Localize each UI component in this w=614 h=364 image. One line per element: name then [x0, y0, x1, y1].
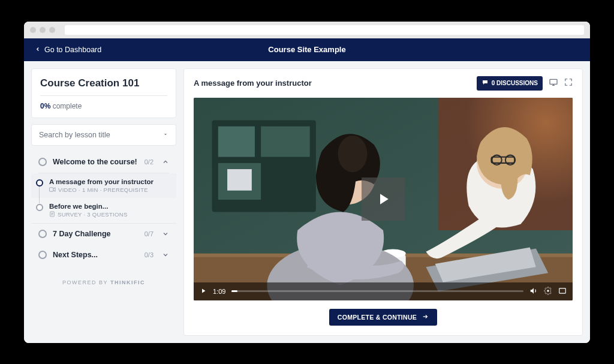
powered-brand: THINKIFIC: [110, 279, 145, 285]
course-progress: 0% complete: [40, 102, 167, 110]
chapter-count: 0/7: [145, 230, 154, 237]
chapter-title: Next Steps...: [53, 251, 139, 259]
video-controls: 1:09: [194, 282, 573, 300]
progress-circle-icon: [38, 230, 47, 238]
lesson-header: A message from your instructor 0 DISCUSS…: [194, 76, 573, 91]
lesson-meta: VIDEO · 1 MIN · PREREQUISITE: [49, 186, 169, 193]
chrome-dot: [30, 27, 36, 33]
play-icon[interactable]: [200, 287, 207, 296]
video-controls-right: [529, 287, 567, 296]
chapter-count: 0/3: [145, 251, 154, 258]
powered-prefix: POWERED BY: [62, 279, 110, 285]
course-title: Course Creation 101: [40, 77, 167, 89]
chat-icon: [481, 79, 489, 88]
svg-rect-12: [261, 126, 310, 157]
lesson-item[interactable]: Before we begin... SURVEY · 3 QUESTIONS: [31, 198, 176, 223]
svg-point-28: [547, 290, 549, 292]
chapter-list: Welcome to the course! 0/2 A message fro…: [31, 152, 176, 265]
back-link-label: Go to Dashboard: [44, 46, 101, 54]
progress-circle-icon: [36, 179, 43, 186]
svg-point-23: [338, 135, 368, 172]
svg-rect-0: [49, 187, 53, 191]
pop-out-icon[interactable]: [549, 77, 558, 89]
svg-rect-11: [218, 126, 255, 157]
lesson-meta: SURVEY · 3 QUESTIONS: [49, 211, 169, 218]
play-button[interactable]: [362, 178, 405, 221]
lesson-title: A message from your instructor: [49, 178, 169, 185]
content: Course Creation 101 0% complete Search b…: [24, 61, 590, 343]
video-progress-fill: [231, 290, 237, 292]
chrome-dot: [40, 27, 46, 33]
lesson-search[interactable]: Search by lesson title: [31, 124, 176, 146]
chapter-row[interactable]: 7 Day Challenge 0/7: [31, 224, 176, 245]
lesson-title: Before we begin...: [49, 203, 169, 210]
go-to-dashboard-link[interactable]: Go to Dashboard: [35, 46, 101, 54]
chapter-title: Welcome to the course!: [53, 158, 139, 166]
browser-chrome: [24, 22, 590, 38]
lesson-actions: 0 DISCUSSIONS: [477, 76, 573, 91]
progress-circle-icon: [38, 251, 47, 259]
chapter-row[interactable]: Welcome to the course! 0/2: [31, 152, 176, 173]
lesson-item[interactable]: A message from your instructor VIDEO · 1…: [31, 173, 176, 198]
chapter-title: 7 Day Challenge: [53, 230, 139, 238]
browser-url-bar[interactable]: [65, 25, 584, 35]
chapter-count: 0/2: [145, 158, 154, 166]
complete-continue-button[interactable]: COMPLETE & CONTINUE: [329, 309, 437, 326]
svg-rect-5: [550, 79, 557, 84]
expand-icon[interactable]: [558, 287, 567, 296]
chapter: Welcome to the course! 0/2 A message fro…: [31, 152, 176, 224]
lesson-card: A message from your instructor 0 DISCUSS…: [183, 68, 583, 336]
survey-icon: [49, 211, 55, 218]
svg-rect-29: [559, 288, 566, 293]
progress-word: complete: [53, 102, 82, 110]
chapter-row[interactable]: Next Steps... 0/3: [31, 245, 176, 265]
chrome-dot: [49, 27, 55, 33]
search-placeholder: Search by lesson title: [39, 131, 110, 139]
lesson-meta-text: VIDEO · 1 MIN · PREREQUISITE: [58, 186, 148, 193]
lesson-heading: A message from your instructor: [194, 79, 312, 88]
progress-circle-icon: [38, 158, 47, 166]
chevron-down-icon: [162, 230, 169, 237]
course-header-card: Course Creation 101 0% complete: [31, 68, 176, 118]
topbar: Go to Dashboard Course Site Example: [24, 38, 590, 61]
video-progress-bar[interactable]: [231, 290, 523, 292]
video-icon: [49, 186, 56, 193]
caret-down-icon: [162, 131, 168, 139]
settings-icon[interactable]: [544, 287, 552, 296]
lesson-meta-text: SURVEY · 3 QUESTIONS: [58, 211, 128, 218]
video-player: 1:09: [194, 98, 573, 300]
browser-window: Go to Dashboard Course Site Example Cour…: [24, 22, 590, 343]
progress-percent: 0%: [40, 102, 50, 110]
discussions-label: 0 DISCUSSIONS: [492, 80, 538, 86]
chevron-left-icon: [35, 46, 41, 54]
volume-icon[interactable]: [529, 287, 538, 296]
main-content: A message from your instructor 0 DISCUSS…: [183, 68, 583, 336]
video-time: 1:09: [213, 288, 225, 295]
chevron-down-icon: [162, 251, 169, 258]
complete-label: COMPLETE & CONTINUE: [338, 314, 417, 321]
powered-by: POWERED BY THINKIFIC: [31, 271, 176, 294]
discussions-button[interactable]: 0 DISCUSSIONS: [477, 76, 543, 91]
progress-circle-icon: [36, 204, 43, 211]
chevron-up-icon: [162, 158, 169, 166]
arrow-right-icon: [422, 314, 429, 321]
sidebar: Course Creation 101 0% complete Search b…: [31, 68, 176, 336]
site-title: Course Site Example: [268, 45, 345, 54]
svg-rect-14: [227, 169, 252, 191]
divider: [40, 95, 167, 96]
complete-row: COMPLETE & CONTINUE: [194, 300, 573, 328]
fullscreen-icon[interactable]: [564, 78, 573, 89]
